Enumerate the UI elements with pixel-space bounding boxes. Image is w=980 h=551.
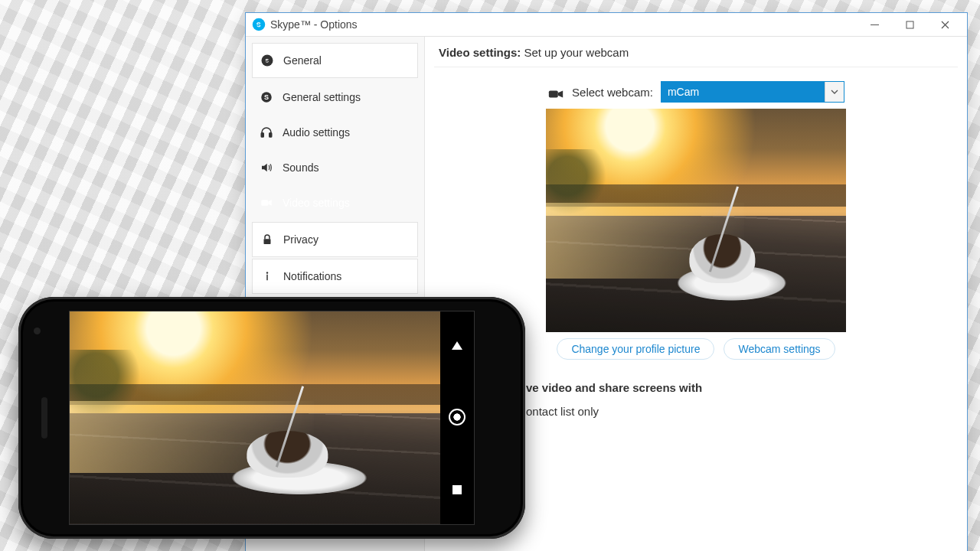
svg-rect-12	[549, 90, 558, 97]
sidebar-item-video-settings[interactable]: Video settings	[252, 185, 418, 220]
minimize-button[interactable]	[857, 13, 892, 36]
skype-icon: S	[260, 90, 273, 104]
camera-viewfinder	[70, 311, 440, 524]
svg-rect-1	[871, 24, 879, 25]
window-title: Skype™ - Options	[270, 18, 358, 31]
sidebar-item-label: Sounds	[283, 161, 318, 174]
svg-point-10	[266, 272, 268, 273]
titlebar[interactable]: Skype™ - Options	[246, 13, 967, 37]
skype-icon	[260, 54, 274, 67]
sidebar-item-label: General settings	[283, 91, 361, 103]
webcam-select-value: mCam	[662, 82, 825, 102]
svg-rect-11	[266, 275, 268, 281]
flash-toggle-icon[interactable]	[452, 341, 462, 350]
maximize-button[interactable]	[892, 13, 927, 36]
svg-text:S: S	[264, 93, 269, 101]
select-webcam-row: Select webcam: mCam	[434, 81, 958, 103]
video-icon	[260, 196, 273, 210]
sidebar-item-label: Notifications	[283, 270, 341, 282]
sidebar-item-label: Video settings	[283, 197, 350, 209]
sidebar-item-audio-settings[interactable]: Audio settings	[252, 115, 418, 150]
sidebar-item-privacy[interactable]: Privacy	[252, 222, 418, 257]
webcam-select[interactable]: mCam	[661, 81, 844, 103]
sidebar-header-label: General	[283, 54, 322, 67]
svg-rect-2	[906, 21, 913, 28]
window-buttons	[857, 13, 962, 36]
camera-controls	[440, 311, 474, 524]
shutter-button[interactable]	[449, 409, 466, 425]
sidebar-item-sounds[interactable]: Sounds	[252, 150, 418, 185]
webcam-settings-button[interactable]: Webcam settings	[724, 338, 835, 360]
svg-point-0	[253, 18, 266, 31]
lock-icon	[260, 233, 274, 246]
change-profile-picture-button[interactable]: Change your profile picture	[557, 338, 714, 360]
phone-screen	[69, 311, 475, 525]
svg-point-3	[262, 55, 273, 67]
sidebar-item-label: Audio settings	[283, 126, 350, 139]
info-icon	[260, 269, 274, 283]
stop-icon[interactable]	[452, 485, 462, 494]
phone-mockup	[18, 297, 525, 539]
section-heading-bold: Video settings:	[439, 46, 521, 59]
phone-front-camera	[34, 328, 41, 334]
svg-rect-8	[261, 200, 268, 206]
section-heading: Video settings: Set up your webcam	[434, 37, 958, 67]
section-heading-rest: Set up your webcam	[524, 46, 629, 59]
chevron-down-icon	[825, 82, 844, 102]
select-webcam-label: Select webcam:	[572, 86, 653, 99]
video-icon	[547, 86, 564, 98]
sidebar-item-notifications[interactable]: Notifications	[252, 259, 418, 294]
svg-rect-9	[264, 239, 271, 244]
sidebar-item-label: Privacy	[283, 233, 318, 246]
webcam-preview	[546, 109, 846, 332]
close-button[interactable]	[927, 13, 962, 36]
headphones-icon	[260, 126, 273, 139]
phone-speaker	[41, 397, 47, 439]
sidebar-header-general[interactable]: General	[252, 43, 418, 78]
skype-logo-icon	[252, 18, 266, 31]
svg-rect-6	[261, 133, 263, 137]
sidebar-item-general-settings[interactable]: S General settings	[252, 80, 418, 115]
svg-rect-7	[270, 133, 272, 137]
speaker-icon	[260, 161, 273, 174]
